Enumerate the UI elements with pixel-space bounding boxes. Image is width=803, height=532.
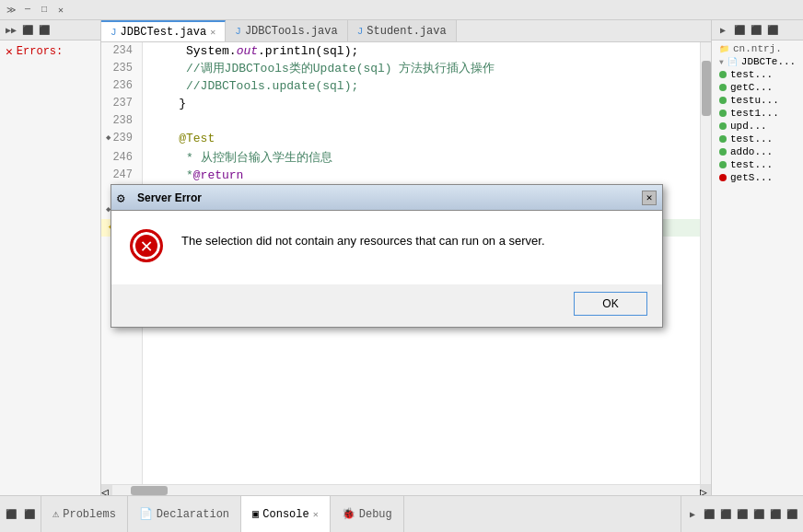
dialog-body: ✕ The selection did not contain any reso… [111, 211, 662, 284]
dialog-footer: OK [111, 284, 662, 327]
dialog-titlebar: ⚙ Server Error ✕ [111, 185, 662, 211]
dialog-title: Server Error [137, 191, 636, 204]
dialog-close-button[interactable]: ✕ [642, 191, 657, 205]
server-icon: ⚙ [117, 191, 132, 205]
dialog-message: The selection did not contain any resour… [181, 229, 545, 249]
server-error-dialog: ⚙ Server Error ✕ ✕ The selection did not… [111, 184, 663, 328]
error-circle-icon: ✕ [130, 229, 163, 262]
modal-overlay: ⚙ Server Error ✕ ✕ The selection did not… [0, 0, 803, 532]
dialog-ok-button[interactable]: OK [574, 292, 647, 316]
error-icon-container: ✕ [130, 229, 167, 266]
